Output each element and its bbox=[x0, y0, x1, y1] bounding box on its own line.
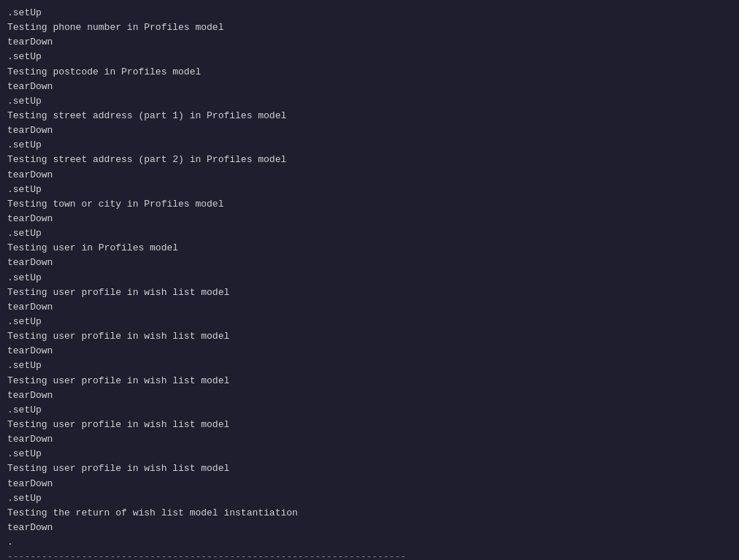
line-dot: . bbox=[7, 535, 732, 550]
line-32: Testing user profile in wish list model bbox=[7, 461, 732, 476]
line-19: .setUp bbox=[7, 271, 732, 285]
line-18: tearDown bbox=[7, 256, 732, 270]
line-separator: ----------------------------------------… bbox=[7, 550, 732, 560]
line-30: tearDown bbox=[7, 432, 732, 447]
line-24: tearDown bbox=[7, 344, 732, 358]
line-2: Testing phone number in Profiles model bbox=[7, 20, 732, 35]
line-4: .setUp bbox=[7, 50, 732, 64]
line-7: .setUp bbox=[7, 94, 732, 109]
line-28: .setUp bbox=[7, 403, 732, 418]
line-27: tearDown bbox=[7, 388, 732, 403]
line-34: .setUp bbox=[7, 491, 732, 506]
line-13: .setUp bbox=[7, 183, 732, 197]
line-11: Testing street address (part 2) in Profi… bbox=[7, 153, 732, 167]
line-33: tearDown bbox=[7, 477, 732, 491]
line-26: Testing user profile in wish list model bbox=[7, 374, 732, 388]
line-35: Testing the return of wish list model in… bbox=[7, 506, 732, 521]
line-10: .setUp bbox=[7, 138, 732, 153]
line-16: .setUp bbox=[7, 226, 732, 241]
line-5: Testing postcode in Profiles model bbox=[7, 65, 732, 80]
line-23: Testing user profile in wish list model bbox=[7, 329, 732, 344]
line-21: tearDown bbox=[7, 300, 732, 315]
line-1: .setUp bbox=[7, 6, 732, 20]
line-25: .setUp bbox=[7, 358, 732, 373]
line-15: tearDown bbox=[7, 212, 732, 226]
terminal-window: .setUp Testing phone number in Profiles … bbox=[0, 0, 739, 560]
line-8: Testing street address (part 1) in Profi… bbox=[7, 109, 732, 123]
line-20: Testing user profile in wish list model bbox=[7, 285, 732, 300]
line-29: Testing user profile in wish list model bbox=[7, 418, 732, 432]
line-12: tearDown bbox=[7, 168, 732, 183]
line-6: tearDown bbox=[7, 80, 732, 94]
line-14: Testing town or city in Profiles model bbox=[7, 197, 732, 212]
line-31: .setUp bbox=[7, 447, 732, 461]
line-3: tearDown bbox=[7, 35, 732, 50]
line-17: Testing user in Profiles model bbox=[7, 241, 732, 256]
line-36: tearDown bbox=[7, 521, 732, 535]
line-22: .setUp bbox=[7, 315, 732, 329]
line-9: tearDown bbox=[7, 123, 732, 138]
